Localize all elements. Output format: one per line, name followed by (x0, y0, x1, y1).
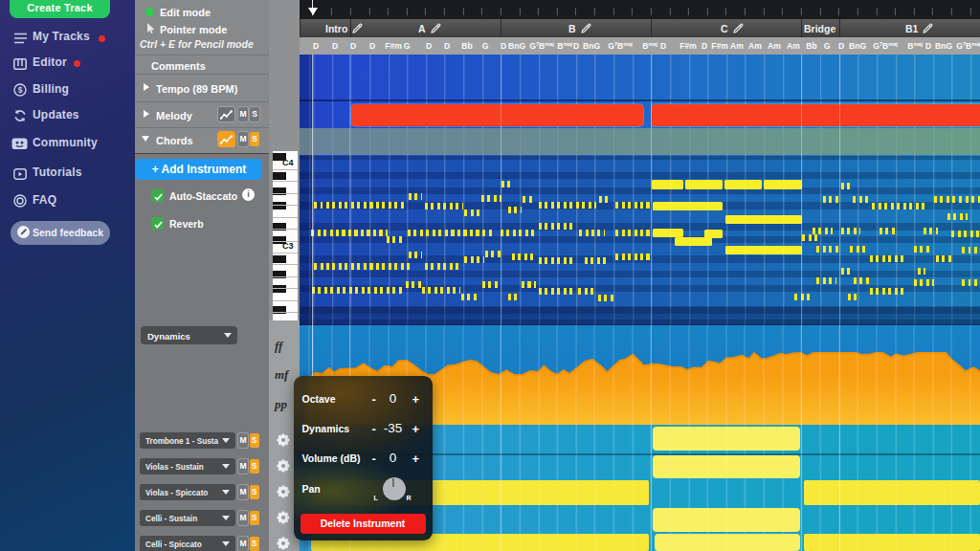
svg-text:$: $ (17, 85, 22, 95)
